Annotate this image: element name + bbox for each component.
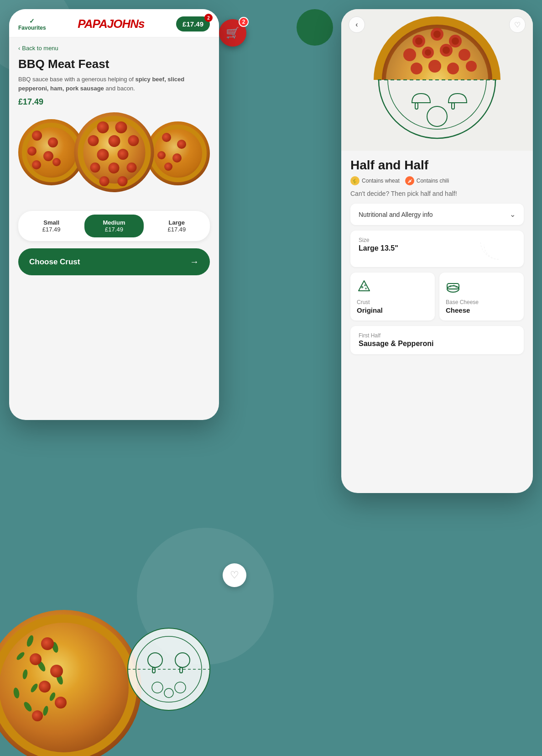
- size-option-medium[interactable]: Medium £17.49: [84, 215, 143, 237]
- check-icon: ✓: [29, 17, 35, 25]
- chevron-down-icon: ⌄: [510, 210, 516, 219]
- size-selector: Small £17.49 Medium £17.49 Large £17.49: [18, 211, 210, 241]
- svg-point-30: [365, 288, 367, 289]
- svg-point-12: [411, 63, 422, 74]
- svg-point-11: [459, 49, 470, 61]
- allergen-wheat-badge: 🌾 Contains wheat: [350, 176, 400, 185]
- pizza-price: £17.49: [18, 97, 210, 107]
- svg-point-28: [361, 286, 364, 289]
- pizza-name-right: Half and Half: [350, 158, 524, 173]
- first-half-card[interactable]: First Half Sausage & Pepperoni: [350, 326, 524, 354]
- svg-rect-25: [452, 103, 454, 109]
- crust-icon: [357, 279, 428, 296]
- pizza-images-row: [18, 112, 210, 204]
- pizza-desc-plain: BBQ sauce base with a generous helping o…: [18, 76, 136, 83]
- first-half-label: First Half: [359, 332, 516, 339]
- pizza-subtitle: Can't decide? Then pick half and half!: [350, 190, 524, 197]
- svg-marker-27: [359, 281, 370, 291]
- svg-point-26: [427, 106, 447, 126]
- size-option-small[interactable]: Small £17.49: [22, 215, 81, 237]
- svg-point-14: [447, 63, 459, 74]
- cart-price-badge[interactable]: £17.49 2: [176, 16, 210, 31]
- right-phone: ‹ ♡: [341, 9, 533, 493]
- arrow-right-icon: →: [190, 257, 199, 267]
- heart-outline-icon: ♡: [230, 569, 239, 581]
- bottom-pizza-image: [0, 610, 141, 756]
- base-cheese-option-card[interactable]: Base Cheese Cheese: [439, 273, 524, 320]
- nutritional-allergy-accordion[interactable]: Nutritional and Allergy info ⌄: [350, 204, 524, 225]
- allergen-chili-label: Contains chili: [417, 178, 449, 184]
- svg-point-15: [466, 61, 477, 72]
- right-phone-body: Half and Half 🌾 Contains wheat 🌶 Contain…: [341, 151, 533, 367]
- pizza-name: BBQ Meat Feast: [18, 57, 210, 71]
- left-phone-header: ✓ Favourites PAPAJOHNs £17.49 2: [9, 9, 219, 37]
- svg-point-36: [456, 287, 457, 288]
- bottom-pizza-area: [0, 583, 210, 756]
- base-cheese-value: Cheese: [446, 306, 517, 314]
- size-option-large[interactable]: Large £17.49: [147, 215, 206, 237]
- svg-point-8: [403, 48, 416, 61]
- pizza-display-area: ‹ ♡: [341, 9, 533, 151]
- back-to-menu-label: Back to menu: [22, 45, 58, 52]
- decorative-green-circle: [297, 9, 333, 46]
- choose-crust-button[interactable]: Choose Crust →: [18, 248, 210, 275]
- size-large-price: £17.49: [151, 226, 203, 233]
- half-half-pizza-illustration: [360, 14, 515, 146]
- size-small-name: Small: [26, 219, 77, 226]
- svg-point-19: [425, 49, 431, 56]
- nav-heart-button[interactable]: ♡: [509, 16, 526, 33]
- pizza-desc-end: and bacon.: [104, 85, 135, 92]
- svg-point-13: [428, 60, 441, 73]
- floating-cart-button[interactable]: 🛒 2: [219, 19, 246, 47]
- size-medium-name: Medium: [88, 219, 140, 226]
- nav-back-button[interactable]: ‹: [349, 16, 365, 33]
- size-card[interactable]: Size Large 13.5": [350, 231, 524, 267]
- allergen-wheat-label: Contains wheat: [362, 178, 400, 184]
- crust-label: Crust: [357, 299, 428, 305]
- pizza-image-right: [146, 121, 210, 185]
- back-arrow-icon: ‹: [355, 21, 358, 29]
- svg-point-29: [364, 284, 366, 286]
- cart-item-count: 2: [204, 14, 213, 22]
- cart-price: £17.49: [182, 20, 203, 28]
- options-row: Crust Original Base Cheese: [350, 273, 524, 320]
- chili-icon: 🌶: [405, 176, 414, 185]
- svg-point-34: [449, 285, 451, 287]
- svg-point-35: [453, 285, 455, 286]
- svg-point-17: [433, 31, 441, 38]
- cart-icon: 🛒: [226, 26, 240, 39]
- pizza-description: BBQ sauce base with a generous helping o…: [18, 75, 210, 93]
- heart-icon: ♡: [514, 21, 521, 29]
- svg-point-16: [415, 37, 422, 45]
- back-chevron-icon: ‹: [18, 45, 20, 52]
- size-illustration: [478, 234, 519, 263]
- choose-crust-label: Choose Crust: [29, 257, 80, 267]
- first-half-value: Sausage & Pepperoni: [359, 340, 516, 348]
- svg-rect-24: [415, 103, 418, 109]
- pizza-outline-diagram: [123, 624, 214, 715]
- pizza-image-center: [74, 112, 154, 192]
- crust-option-card[interactable]: Crust Original: [350, 273, 435, 320]
- left-phone: ✓ Favourites PAPAJOHNs £17.49 2 ‹ Back t…: [9, 9, 219, 420]
- allergen-row: 🌾 Contains wheat 🌶 Contains chili: [350, 176, 524, 185]
- papajohns-logo: PAPAJOHNs: [78, 17, 144, 31]
- left-phone-body: ‹ Back to menu BBQ Meat Feast BBQ sauce …: [9, 37, 219, 283]
- size-large-name: Large: [151, 219, 203, 226]
- wheat-icon: 🌾: [350, 176, 360, 185]
- back-to-menu-link[interactable]: ‹ Back to menu: [18, 45, 210, 52]
- floating-cart-container: 🛒 2: [219, 19, 246, 47]
- crust-value: Original: [357, 306, 428, 314]
- svg-rect-1: [360, 80, 515, 146]
- allergen-chili-badge: 🌶 Contains chili: [405, 176, 449, 185]
- svg-point-18: [452, 37, 459, 45]
- size-small-price: £17.49: [26, 226, 77, 233]
- size-medium-price: £17.49: [88, 226, 140, 233]
- base-cheese-label: Base Cheese: [446, 299, 517, 305]
- cart-count-badge: 2: [239, 17, 249, 27]
- favourites-label: Favourites: [18, 25, 46, 31]
- favourites-button[interactable]: ✓ Favourites: [18, 17, 46, 31]
- svg-point-20: [443, 47, 450, 54]
- base-cheese-icon: [446, 279, 517, 296]
- nutritional-allergy-label: Nutritional and Allergy info: [359, 211, 433, 218]
- floating-heart-button[interactable]: ♡: [223, 563, 246, 587]
